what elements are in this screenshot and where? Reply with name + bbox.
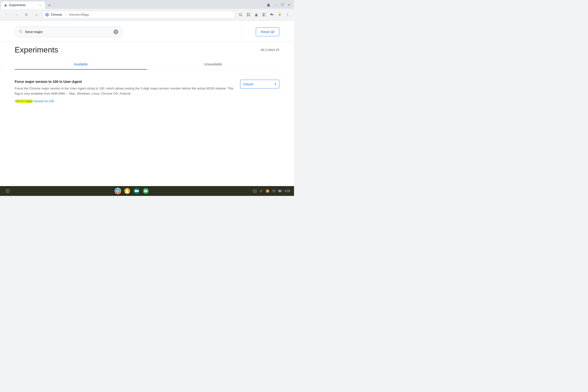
experiments-content: Experiments 96.0.4664.25 Available Unava…	[0, 42, 294, 186]
svg-point-21	[288, 16, 288, 16]
tab-close-button[interactable]: ×	[38, 3, 42, 7]
search-clear-button[interactable]: ✕	[113, 30, 118, 34]
page-content: ✕ Reset all Experiments 96.0.4664.25 Ava…	[0, 20, 294, 186]
svg-rect-40	[254, 190, 254, 191]
svg-rect-51	[279, 190, 281, 192]
reset-all-button[interactable]: Reset all	[256, 28, 279, 36]
taskbar-chrome-icon[interactable]	[114, 187, 121, 195]
reload-button[interactable]: ↻	[22, 11, 30, 19]
window-controls: – ❐ ✕	[266, 2, 292, 9]
svg-point-17	[279, 13, 281, 14]
taskbar-center	[11, 187, 253, 195]
svg-rect-44	[255, 191, 255, 192]
address-favicon	[45, 13, 49, 16]
clear-icon: ✕	[115, 30, 117, 34]
search-toolbar-icon[interactable]	[237, 11, 244, 18]
flag-dropdown[interactable]: Default ▾	[240, 80, 279, 88]
svg-point-3	[47, 14, 47, 15]
keyboard-icon[interactable]	[253, 189, 257, 193]
taskbar-app2-icon[interactable]	[123, 187, 131, 195]
address-bar[interactable]: Chrome | chrome://flags	[42, 11, 235, 19]
search-area: ✕ Reset all	[0, 20, 294, 42]
svg-rect-45	[256, 191, 256, 192]
flag-title: Force major version to 100 in User-Agent	[15, 80, 234, 84]
browser-frame: Experiments × + – ❐ ✕ ← → ↻ ⌂ Chrome	[0, 0, 294, 196]
svg-line-23	[21, 32, 22, 33]
extensions-icon[interactable]	[269, 11, 275, 18]
flag-link[interactable]: #force-major-version-to-100	[15, 99, 54, 103]
back-button[interactable]: ←	[3, 11, 11, 19]
tab-title: Experiments	[9, 4, 36, 7]
svg-rect-16	[272, 14, 273, 15]
svg-rect-18	[279, 14, 281, 16]
search-icon	[19, 30, 23, 34]
taskbar: 3 3:18	[0, 186, 294, 196]
tabs-bar: Available Unavailable	[15, 59, 279, 70]
flag-info: Force major version to 100 in User-Agent…	[15, 80, 234, 103]
svg-marker-6	[247, 13, 250, 16]
search-box[interactable]: ✕	[15, 26, 122, 37]
toolbar-icons	[237, 11, 291, 18]
flag-link-suffix: -version-to-100	[32, 99, 54, 103]
vpn-icon[interactable]	[276, 11, 283, 18]
svg-point-20	[288, 14, 288, 15]
page-title: Experiments	[15, 45, 58, 54]
svg-marker-0	[4, 4, 7, 6]
battery-icon	[278, 189, 283, 193]
wifi-icon[interactable]	[272, 189, 276, 193]
nav-bar: ← → ↻ ⌂ Chrome | chrome://flags	[0, 9, 294, 20]
home-button[interactable]: ⌂	[32, 11, 40, 19]
experiments-header: Experiments 96.0.4664.25	[15, 45, 279, 54]
svg-point-25	[7, 190, 8, 192]
taskbar-time: 3:18	[285, 189, 290, 193]
flag-link-highlight: force-major	[16, 99, 32, 103]
flag-entry: Force major version to 100 in User-Agent…	[15, 76, 279, 107]
forward-button[interactable]: →	[13, 11, 20, 19]
svg-rect-43	[254, 191, 254, 192]
taskbar-right: 3 3:18	[253, 189, 290, 193]
tab-bar: Experiments × + – ❐ ✕	[0, 0, 294, 9]
taskbar-app4-icon[interactable]	[142, 187, 149, 195]
address-domain: Chrome	[51, 13, 62, 16]
svg-point-29	[117, 190, 119, 192]
svg-rect-46	[254, 192, 256, 192]
svg-rect-14	[271, 14, 272, 15]
profile-button[interactable]	[266, 2, 272, 8]
svg-point-49	[274, 192, 274, 192]
maximize-button[interactable]: ❐	[279, 2, 285, 8]
tab-unavailable[interactable]: Unavailable	[147, 59, 279, 70]
svg-rect-33	[135, 190, 137, 192]
active-tab[interactable]: Experiments ×	[1, 2, 45, 9]
notification-badge[interactable]: 3	[265, 189, 270, 193]
menu-icon[interactable]	[284, 11, 291, 18]
flag-control: Default ▾	[240, 80, 279, 88]
svg-point-9	[263, 13, 264, 14]
version-number: 96.0.4664.25	[261, 48, 279, 52]
new-tab-button[interactable]: +	[46, 2, 53, 9]
svg-rect-41	[255, 190, 255, 191]
svg-text:3: 3	[267, 190, 268, 192]
tab-favicon	[4, 4, 7, 7]
svg-point-31	[126, 190, 128, 192]
svg-point-10	[263, 15, 264, 16]
taskbar-meet-icon[interactable]	[133, 187, 140, 195]
close-button[interactable]: ✕	[286, 2, 292, 8]
address-separator: |	[65, 12, 66, 17]
svg-point-8	[256, 14, 257, 15]
tab-available[interactable]: Available	[15, 59, 147, 70]
profile-avatar-icon[interactable]	[253, 11, 260, 18]
bookmark-icon[interactable]	[245, 11, 252, 18]
svg-line-11	[264, 13, 266, 14]
minimize-button[interactable]: –	[273, 2, 278, 8]
svg-rect-15	[271, 13, 272, 14]
svg-rect-42	[256, 190, 256, 191]
taskbar-power-icon[interactable]	[4, 187, 11, 195]
pen-icon[interactable]	[259, 189, 263, 193]
dropdown-arrow-icon: ▾	[275, 82, 276, 86]
svg-line-12	[264, 16, 266, 16]
taskbar-left	[4, 187, 11, 195]
scissors-icon[interactable]	[261, 11, 268, 18]
svg-line-5	[241, 15, 242, 16]
search-input[interactable]	[25, 30, 111, 34]
svg-rect-36	[144, 190, 147, 192]
